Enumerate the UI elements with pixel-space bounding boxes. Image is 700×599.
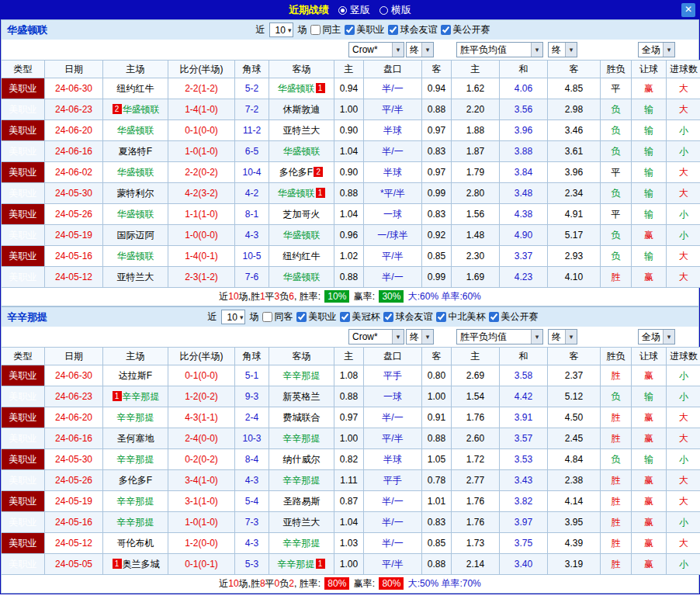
away-team-cell: 多伦多F2 (269, 162, 334, 183)
away-team-cell: 纽约红牛 (269, 246, 334, 267)
match-count-select[interactable]: 10▾ (221, 310, 246, 324)
league-cell: 美职业 (2, 428, 45, 449)
dropdown-value: 全场 (639, 331, 660, 344)
team-name-text: 多伦多F (279, 167, 313, 178)
red-card-badge: 1 (316, 188, 325, 198)
match-count-select[interactable]: 10▾ (269, 23, 294, 37)
odds-away-cell: 0.92 (422, 225, 452, 246)
scope-dropdown[interactable]: 全场▾ (638, 329, 675, 345)
close-button[interactable]: ✕ (681, 3, 695, 17)
odds-away-cell: 0.88 (422, 554, 452, 575)
filter-checkbox-1[interactable]: 美职业 (296, 310, 336, 324)
matches-label: 场 (249, 310, 258, 324)
filter-checkbox-2[interactable]: 球会友谊 (388, 23, 437, 36)
score-cell: 1-2(0-2) (168, 386, 235, 407)
filter-checkbox-0[interactable]: 同客 (262, 310, 293, 324)
filter-checkbox-0[interactable]: 同主 (310, 23, 341, 36)
final-odds-dropdown[interactable]: 终▾ (406, 329, 434, 345)
result-cell: 胜 (601, 470, 632, 491)
team-name-text: 纽约红牛 (283, 251, 321, 261)
avg-away-cell: 4.84 (548, 449, 601, 470)
home-team-cell: 辛辛那提 (103, 512, 168, 533)
corner-cell: 10-5 (235, 246, 269, 267)
column-header: 角球 (235, 61, 269, 78)
handicap-result-cell: 输 (632, 204, 667, 225)
avg-draw-cell: 3.48 (500, 183, 548, 204)
checkbox-input[interactable] (310, 25, 321, 35)
checkbox-input[interactable] (436, 312, 446, 322)
summary-text: 10 (228, 291, 238, 302)
result-cell: 平 (601, 162, 632, 183)
horizontal-layout-radio[interactable]: 横版 (379, 3, 411, 17)
goals-cell: 大 (667, 99, 700, 120)
scope-dropdown[interactable]: 全场▾ (638, 42, 675, 57)
goals-cell: 小 (667, 141, 700, 162)
odds-home-cell: 0.82 (334, 449, 364, 470)
handicap-cell: 一球 (364, 204, 422, 225)
filter-checkbox-1[interactable]: 美职业 (345, 23, 384, 36)
avg-odds-dropdown[interactable]: 胜平负均值▾ (456, 42, 543, 57)
away-team-cell: 亚特兰大 (269, 120, 334, 141)
near-label: 近 (208, 310, 217, 324)
team-section: 华盛顿联 近10▾场同主美职业球会友谊美公开赛 Crow*▾终▾胜平负均值▾终▾… (1, 19, 699, 306)
avg-final-dropdown[interactable]: 终▾ (548, 329, 577, 345)
column-header: 主 (334, 348, 364, 365)
filter-checkbox-2[interactable]: 美冠杯 (340, 310, 379, 324)
corner-cell: 8-4 (235, 449, 269, 470)
away-team-cell: 休斯敦迪 (269, 99, 334, 120)
checkbox-input[interactable] (383, 312, 393, 322)
league-cell: 美职业 (2, 470, 45, 491)
league-cell: 美职业 (2, 365, 45, 386)
summary-bar: 近10场,胜8平0负2, 胜率: 80% 赢率: 80% 大:50% 单率:70… (1, 575, 699, 594)
bookmaker-dropdown[interactable]: Crow*▾ (348, 329, 404, 345)
goals-cell: 小 (667, 120, 700, 141)
team-name-text: 达拉斯F (119, 370, 152, 381)
date-cell: 24-06-02 (45, 162, 103, 183)
vertical-layout-radio[interactable]: 竖版 (338, 3, 370, 17)
column-header: 客场 (269, 61, 334, 78)
checkbox-input[interactable] (296, 312, 307, 322)
checkbox-label: 球会友谊 (400, 23, 437, 36)
result-cell: 负 (601, 120, 632, 141)
final-odds-dropdown[interactable]: 终▾ (406, 42, 434, 57)
goals-cell: 小 (667, 365, 700, 386)
checkbox-input[interactable] (340, 312, 350, 322)
team-name: 华盛顿联 (2, 23, 47, 37)
league-cell: 美职业 (2, 162, 45, 183)
column-header: 类型 (2, 348, 45, 365)
corner-cell: 5-2 (235, 78, 269, 99)
team-name-text: 圣路易斯 (283, 496, 321, 507)
avg-final-dropdown[interactable]: 终▾ (548, 42, 577, 57)
team-name-text: 华盛顿联 (283, 146, 321, 157)
result-cell: 胜 (601, 554, 632, 575)
odds-away-cell: 1.05 (422, 449, 452, 470)
home-team-cell: 国际迈阿 (103, 225, 168, 246)
checkbox-input[interactable] (441, 25, 451, 35)
checkbox-input[interactable] (489, 312, 499, 322)
handicap-result-cell: 赢 (632, 428, 667, 449)
odds-away-cell: 0.97 (422, 162, 452, 183)
avg-away-cell: 2.34 (548, 183, 601, 204)
team-name-text: 亚特兰大 (283, 517, 321, 528)
filter-checkbox-3[interactable]: 美公开赛 (441, 23, 490, 36)
dropdown-value: 全场 (639, 43, 660, 57)
avg-away-cell: 4.50 (548, 407, 601, 428)
date-cell: 24-06-30 (45, 78, 103, 99)
handicap-cell: 半/一 (364, 141, 422, 162)
column-header: 胜负 (601, 348, 632, 365)
odds-away-cell: 0.83 (422, 141, 452, 162)
checkbox-input[interactable] (345, 25, 355, 35)
avg-odds-dropdown[interactable]: 胜平负均值▾ (456, 329, 543, 345)
bookmaker-dropdown[interactable]: Crow*▾ (348, 42, 404, 57)
odds-away-cell: 1.01 (422, 491, 452, 512)
filter-checkbox-4[interactable]: 中北美杯 (436, 310, 485, 324)
column-header: 比分(半场) (168, 61, 235, 78)
rate-badge: 10% (324, 290, 349, 303)
filter-checkbox-5[interactable]: 美公开赛 (489, 310, 538, 324)
checkbox-input[interactable] (262, 312, 272, 322)
checkbox-input[interactable] (388, 25, 398, 35)
team-name-text: 哥伦布机 (117, 538, 154, 549)
avg-away-cell: 3.19 (548, 554, 601, 575)
avg-home-cell: 1.62 (452, 78, 500, 99)
filter-checkbox-3[interactable]: 球会友谊 (383, 310, 432, 324)
